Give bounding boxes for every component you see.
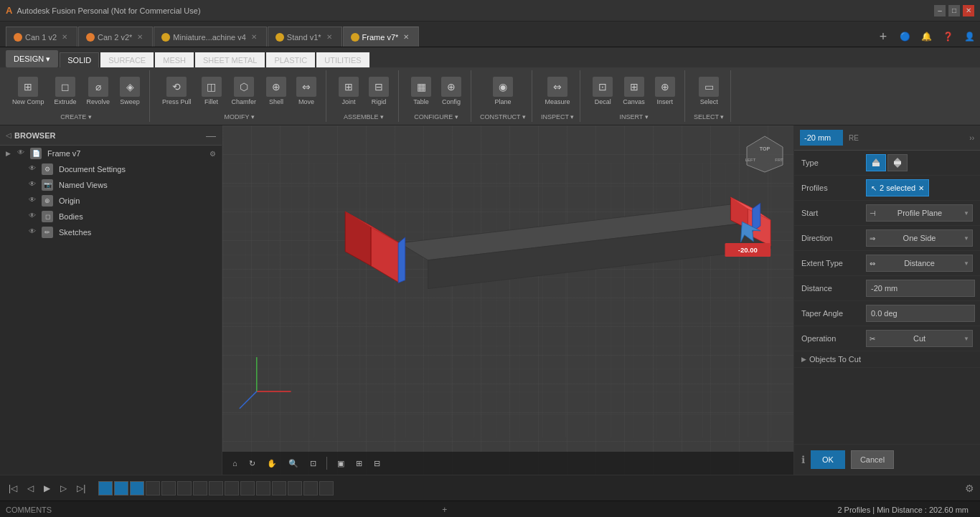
viewport-zoom-btn[interactable]: 🔍 [284, 457, 303, 470]
browser-collapse-icon[interactable]: — [206, 130, 216, 141]
browser-item-origin[interactable]: 👁 ⊕ Origin [0, 193, 222, 209]
browser-item-named-views[interactable]: 👁 📷 Named Views [0, 177, 222, 193]
timeline-frame-6[interactable] [193, 481, 207, 495]
view-gizmo[interactable]: TOP LEFT FRT [743, 133, 786, 176]
extent-type-select[interactable]: ⇔ Distance ▼ [866, 255, 973, 272]
ribbon-group-label[interactable]: ASSEMBLE ▾ [344, 112, 384, 122]
viewport-orbit-btn[interactable]: ↻ [245, 457, 260, 470]
ok-button[interactable]: OK [811, 450, 845, 469]
help-button[interactable]: ❓ [937, 27, 958, 47]
ribbon-btn-canvas[interactable]: ⊞ Canvas [619, 75, 649, 108]
ribbon-btn-extrude[interactable]: ◻ Extrude [51, 75, 80, 108]
timeline-start-btn[interactable]: |◁ [6, 482, 20, 495]
ribbon-group-label[interactable]: INSPECT ▾ [541, 112, 574, 122]
new-tab-button[interactable]: + [872, 27, 894, 47]
ribbon-btn-select[interactable]: ▭ Select [695, 75, 722, 108]
ribbon-btn-rigid[interactable]: ⊟ Rigid [365, 75, 392, 108]
comments-expand-btn[interactable]: + [442, 505, 447, 515]
ribbon-btn-plane[interactable]: ◉ Plane [489, 75, 517, 108]
tab-can1v2[interactable]: Can 1 v2 ✕ [6, 27, 77, 47]
ribbon-btn-fillet[interactable]: ◫ Fillet [198, 75, 225, 108]
design-dropdown[interactable]: DESIGN ▾ [6, 50, 58, 67]
ribbon-tab-sheet-metal[interactable]: SHEET METAL [195, 52, 265, 67]
timeline-frame-9[interactable] [240, 481, 255, 495]
ribbon-btn-new-comp[interactable]: ⊞ New Comp [9, 75, 48, 108]
tab-framev7[interactable]: Frame v7* ✕ [343, 27, 420, 47]
timeline-frame-3[interactable] [146, 481, 160, 495]
type-extrude-btn[interactable] [866, 154, 886, 171]
ribbon-btn-chamfer[interactable]: ⬡ Chamfer [228, 75, 260, 108]
ribbon-group-label[interactable]: MODIFY ▾ [224, 112, 254, 122]
viewport-grid-btn[interactable]: ⊞ [352, 457, 367, 470]
direction-select[interactable]: ⇒ One Side ▼ [866, 229, 973, 247]
profiles-selected-badge[interactable]: ↖ 2 selected ✕ [866, 179, 929, 196]
taper-angle-input[interactable] [866, 305, 975, 322]
timeline-settings-icon[interactable]: ⚙ [965, 483, 974, 494]
timeline-frame-7[interactable] [209, 481, 223, 495]
type-extrude-sym-btn[interactable] [887, 154, 908, 171]
ribbon-group-label[interactable]: CONSTRUCT ▾ [480, 112, 526, 122]
tab-can2v2[interactable]: Can 2 v2* ✕ [78, 27, 153, 47]
timeline-frame-11[interactable] [272, 481, 286, 495]
ribbon-group-label[interactable]: INSERT ▾ [619, 112, 648, 122]
notifications-button[interactable]: 🔔 [915, 27, 937, 47]
ribbon-btn-measure[interactable]: ⇔ Measure [542, 75, 574, 108]
objects-to-cut-header[interactable]: ▶ Objects To Cut [801, 355, 973, 364]
timeline-next-btn[interactable]: ▷ [57, 482, 70, 495]
ribbon-btn-revolve[interactable]: ⌀ Revolve [83, 75, 114, 108]
ribbon-group-label[interactable]: CONFIGURE ▾ [414, 112, 458, 122]
visibility-icon[interactable]: 👁 [29, 180, 39, 190]
visibility-icon[interactable]: 👁 [29, 227, 39, 237]
ribbon-tab-solid[interactable]: SOLID [60, 52, 99, 67]
close-button[interactable]: ✕ [963, 5, 974, 16]
cancel-button[interactable]: Cancel [851, 450, 894, 469]
ribbon-group-label[interactable]: CREATE ▾ [60, 112, 91, 122]
ribbon-btn-sweep[interactable]: ◈ Sweep [116, 75, 143, 108]
visibility-icon[interactable]: 👁 [29, 196, 39, 206]
timeline-end-btn[interactable]: ▷| [74, 482, 88, 495]
viewport-zoomfit-btn[interactable]: ⊡ [306, 457, 321, 470]
tab-close-btn[interactable]: ✕ [135, 32, 145, 42]
timeline-frame-10[interactable] [256, 481, 270, 495]
start-select[interactable]: ⊣ Profile Plane ▼ [866, 204, 973, 222]
panel-expand-icon[interactable]: ›› [969, 134, 974, 142]
timeline-play-btn[interactable]: ▶ [41, 482, 53, 495]
timeline-prev-btn[interactable]: ◁ [24, 482, 37, 495]
timeline-frame-13[interactable] [303, 481, 318, 495]
browser-item-sketches[interactable]: 👁 ✏ Sketches [0, 224, 222, 240]
ribbon-btn-table[interactable]: ▦ Table [407, 75, 435, 108]
browser-item-document-settings[interactable]: 👁 ⚙ Document Settings [0, 161, 222, 177]
timeline-frame-0[interactable] [98, 481, 113, 495]
visibility-icon[interactable]: 👁 [29, 164, 39, 174]
ribbon-btn-shell[interactable]: ⊕ Shell [263, 75, 290, 108]
timeline-frame-12[interactable] [288, 481, 302, 495]
timeline-frame-14[interactable] [319, 481, 334, 495]
visibility-icon[interactable]: 👁 [17, 148, 27, 158]
tab-close-btn[interactable]: ✕ [249, 32, 259, 42]
ribbon-btn-decal[interactable]: ⊡ Decal [589, 75, 616, 108]
ribbon-group-label[interactable]: SELECT ▾ [694, 112, 724, 122]
ribbon-tab-mesh[interactable]: MESH [155, 52, 194, 67]
viewport-home-btn[interactable]: ⌂ [228, 457, 242, 470]
distance-input[interactable] [866, 280, 975, 297]
ribbon-btn-move[interactable]: ⇔ Move [293, 75, 320, 108]
tab-standv1[interactable]: Stand v1* ✕ [268, 27, 342, 47]
item-settings-icon[interactable]: ⚙ [209, 150, 216, 158]
timeline-frame-8[interactable] [225, 481, 239, 495]
info-icon[interactable]: ℹ [801, 454, 805, 465]
ribbon-tab-utilities[interactable]: UTILITIES [316, 52, 369, 67]
timeline-frame-2[interactable] [130, 481, 144, 495]
distance-input-header[interactable] [800, 130, 843, 146]
viewport-pan-btn[interactable]: ✋ [263, 457, 281, 470]
viewport[interactable]: -20.00 TOP LEFT FRT ⌂ ↻ ✋ 🔍 ⊡ ▣ ⊞ ⊟ [222, 125, 793, 475]
timeline-frame-5[interactable] [177, 481, 192, 495]
ribbon-btn-insert[interactable]: ⊕ Insert [651, 75, 679, 108]
tab-close-btn[interactable]: ✕ [60, 32, 70, 42]
ribbon-tab-surface[interactable]: SURFACE [100, 52, 154, 67]
visibility-icon[interactable]: 👁 [29, 212, 39, 222]
ribbon-btn-config[interactable]: ⊕ Config [438, 75, 465, 108]
maximize-button[interactable]: □ [948, 5, 960, 16]
tab-close-btn[interactable]: ✕ [324, 32, 334, 42]
profiles-clear-btn[interactable]: ✕ [918, 184, 924, 192]
browser-item-bodies[interactable]: 👁 ◻ Bodies [0, 209, 222, 224]
